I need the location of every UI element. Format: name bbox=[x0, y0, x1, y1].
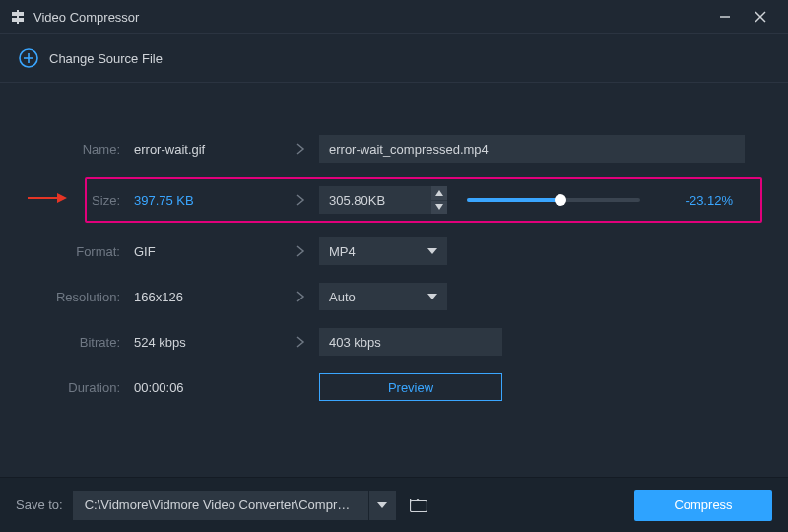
resolution-select[interactable]: Auto bbox=[319, 283, 447, 310]
chevron-right-icon bbox=[296, 244, 305, 258]
resolution-select-value: Auto bbox=[329, 290, 356, 304]
open-folder-button[interactable] bbox=[406, 493, 431, 518]
size-step-down[interactable] bbox=[431, 200, 447, 215]
current-resolution: 166x126 bbox=[134, 290, 282, 304]
preview-button[interactable]: Preview bbox=[319, 373, 502, 401]
current-bitrate: 524 kbps bbox=[134, 335, 282, 350]
row-format: Format: GIF MP4 bbox=[16, 229, 772, 274]
minimize-button[interactable] bbox=[707, 0, 743, 33]
size-stepper[interactable] bbox=[319, 186, 447, 214]
arrow-size bbox=[282, 193, 319, 207]
svg-marker-15 bbox=[377, 502, 387, 508]
row-resolution: Resolution: 166x126 Auto bbox=[16, 274, 772, 319]
chevron-right-icon bbox=[296, 142, 305, 156]
arrow-name bbox=[282, 142, 319, 156]
svg-marker-14 bbox=[427, 294, 437, 299]
change-source-label: Change Source File bbox=[49, 51, 163, 66]
current-format: GIF bbox=[134, 244, 282, 259]
chevron-down-icon bbox=[424, 237, 441, 265]
minimize-icon bbox=[718, 10, 732, 24]
current-size: 397.75 KB bbox=[134, 193, 282, 208]
chevron-down-icon bbox=[377, 502, 387, 508]
app-window: Video Compressor Change Source File Name… bbox=[0, 0, 788, 532]
main-panel: Name: error-wait.gif Size: 397.75 KB bbox=[0, 83, 788, 410]
label-name: Name: bbox=[16, 142, 134, 157]
row-size: Size: 397.75 KB -23.12% bbox=[16, 177, 772, 223]
svg-rect-2 bbox=[17, 10, 19, 24]
chevron-down-icon bbox=[424, 283, 441, 310]
size-slider[interactable] bbox=[467, 198, 640, 202]
save-path-dropdown[interactable] bbox=[368, 491, 396, 520]
size-step-up[interactable] bbox=[431, 186, 447, 200]
close-button[interactable] bbox=[743, 0, 778, 33]
row-name: Name: error-wait.gif bbox=[16, 126, 772, 171]
label-duration: Duration: bbox=[16, 380, 134, 395]
row-bitrate: Bitrate: 524 kbps bbox=[16, 319, 772, 365]
size-percent: -23.12% bbox=[674, 193, 733, 208]
titlebar: Video Compressor bbox=[0, 0, 788, 33]
target-size-input[interactable] bbox=[319, 186, 447, 214]
change-source-row[interactable]: Change Source File bbox=[0, 34, 788, 82]
caret-down-icon bbox=[435, 204, 443, 210]
bitrate-input[interactable] bbox=[319, 328, 502, 356]
window-title: Video Compressor bbox=[33, 10, 139, 25]
format-select-value: MP4 bbox=[329, 244, 356, 259]
app-icon bbox=[10, 9, 26, 25]
plus-circle-icon bbox=[18, 47, 39, 69]
slider-thumb[interactable] bbox=[555, 194, 566, 206]
chevron-right-icon bbox=[296, 335, 305, 349]
folder-icon bbox=[410, 499, 427, 512]
svg-marker-12 bbox=[435, 204, 443, 210]
svg-marker-13 bbox=[427, 248, 437, 254]
preview-button-label: Preview bbox=[388, 380, 433, 395]
save-path-value: C:\Vidmore\Vidmore Video Converter\Compr… bbox=[73, 498, 368, 512]
current-name: error-wait.gif bbox=[134, 142, 282, 157]
compress-button[interactable]: Compress bbox=[634, 490, 772, 521]
label-resolution: Resolution: bbox=[16, 290, 134, 304]
current-duration: 00:00:06 bbox=[134, 380, 282, 395]
compress-button-label: Compress bbox=[674, 498, 732, 512]
chevron-right-icon bbox=[296, 193, 305, 207]
label-bitrate: Bitrate: bbox=[16, 335, 134, 350]
save-to-label: Save to: bbox=[16, 498, 63, 512]
close-icon bbox=[754, 10, 767, 24]
format-select[interactable]: MP4 bbox=[319, 237, 447, 265]
output-name-input[interactable] bbox=[319, 135, 745, 163]
footer-bar: Save to: C:\Vidmore\Vidmore Video Conver… bbox=[0, 477, 788, 532]
red-arrow-annotation bbox=[28, 191, 67, 209]
svg-rect-16 bbox=[410, 500, 427, 511]
save-path-select[interactable]: C:\Vidmore\Vidmore Video Converter\Compr… bbox=[73, 491, 396, 520]
svg-marker-10 bbox=[57, 193, 67, 203]
svg-marker-11 bbox=[435, 190, 443, 196]
label-format: Format: bbox=[16, 244, 134, 259]
caret-up-icon bbox=[435, 190, 443, 196]
chevron-right-icon bbox=[296, 290, 305, 303]
row-duration: Duration: 00:00:06 Preview bbox=[16, 365, 772, 410]
